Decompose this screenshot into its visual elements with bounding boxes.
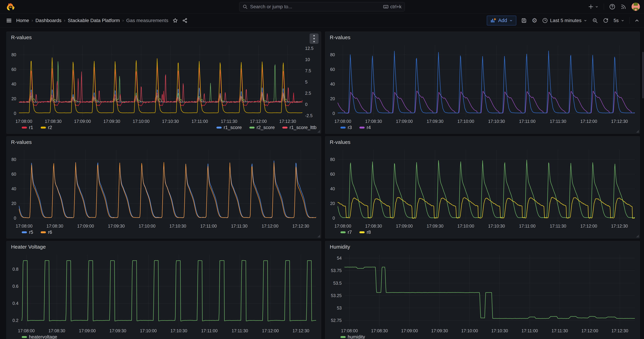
svg-text:53: 53 [337, 306, 342, 310]
svg-text:17:08:00: 17:08:00 [334, 224, 351, 228]
chart-area[interactable]: 17:08:0017:08:3017:09:0017:09:3017:10:00… [6, 42, 321, 124]
panel-resize-handle[interactable] [636, 235, 639, 238]
chart-area[interactable]: 17:08:0017:08:3017:09:0017:09:3017:10:00… [6, 252, 321, 334]
search-input[interactable]: Search or jump to... ctrl+k [239, 2, 405, 12]
legend-item-r1_score_lttb[interactable]: r1_score_lttb [282, 125, 316, 130]
svg-text:17:09:30: 17:09:30 [110, 328, 126, 333]
panel-title[interactable]: R-values [330, 139, 350, 145]
chart-area[interactable]: 17:08:0017:08:3017:09:0017:09:3017:10:00… [325, 42, 640, 124]
panel-title[interactable]: Heater Voltage [11, 244, 46, 250]
svg-text:0.8: 0.8 [12, 267, 18, 272]
legend-label: r3 [348, 125, 352, 130]
svg-text:17:11:30: 17:11:30 [231, 224, 248, 228]
plus-icon [588, 4, 594, 10]
news-button[interactable] [620, 4, 626, 10]
breadcrumb: Home › Dashboards › Stackable Data Platf… [16, 18, 168, 23]
legend-item-humidity[interactable]: humidity [340, 334, 365, 339]
legend-item-r2_score[interactable]: r2_score [250, 125, 275, 130]
panel-humidity-5: Humidity17:08:0017:08:3017:09:0017:09:30… [325, 241, 640, 339]
svg-text:0: 0 [332, 216, 335, 220]
breadcrumb-home[interactable]: Home [16, 18, 29, 23]
svg-text:53.25: 53.25 [331, 293, 342, 298]
legend-item-heatervoltage[interactable]: heatervoltage [22, 334, 57, 339]
legend-item-r1[interactable]: r1 [22, 125, 33, 130]
panel-title[interactable]: R-values [330, 34, 350, 40]
refresh-button[interactable] [603, 18, 609, 24]
svg-text:80: 80 [330, 157, 335, 162]
star-icon [172, 18, 178, 23]
legend-item-r7[interactable]: r7 [340, 230, 352, 235]
svg-text:17:08:00: 17:08:00 [16, 119, 32, 124]
legend-item-r4[interactable]: r4 [360, 125, 371, 130]
svg-text:17:11:30: 17:11:30 [550, 224, 566, 228]
save-dashboard-button[interactable] [521, 18, 527, 24]
svg-text:40: 40 [330, 186, 335, 191]
legend-item-r8[interactable]: r8 [360, 230, 371, 235]
refresh-interval-picker[interactable]: 5s [614, 18, 624, 23]
svg-text:17:12:00: 17:12:00 [582, 328, 598, 333]
avatar[interactable] [632, 2, 640, 11]
panel-resize-handle[interactable] [317, 130, 320, 133]
panel-title[interactable]: R-values [11, 34, 32, 40]
chart-area[interactable]: 17:08:0017:08:3017:09:0017:09:3017:10:00… [325, 252, 640, 334]
svg-text:17:11:00: 17:11:00 [519, 119, 535, 124]
chart-area[interactable]: 17:08:0017:08:3017:09:0017:09:3017:10:00… [325, 147, 640, 229]
chart-svg-r-values-3[interactable]: 17:08:0017:08:3017:09:0017:09:3017:10:00… [325, 147, 640, 230]
chart-svg-heater-voltage-4[interactable]: 17:08:0017:08:3017:09:0017:09:3017:10:00… [6, 252, 321, 334]
help-button[interactable] [609, 4, 615, 10]
svg-text:40: 40 [12, 186, 16, 191]
help-icon [609, 4, 615, 10]
svg-text:17:08:00: 17:08:00 [16, 224, 32, 228]
svg-text:17:08:30: 17:08:30 [46, 224, 63, 228]
panel-r-values-1: R-values17:08:0017:08:3017:09:0017:09:30… [325, 32, 640, 134]
svg-text:2.5: 2.5 [305, 91, 311, 96]
new-button[interactable] [588, 4, 599, 10]
svg-text:17:11:30: 17:11:30 [232, 328, 248, 333]
panel-resize-handle[interactable] [317, 235, 320, 238]
svg-text:53.75: 53.75 [331, 268, 342, 273]
panel-title[interactable]: R-values [11, 139, 32, 145]
svg-text:17:10:30: 17:10:30 [491, 328, 508, 333]
breadcrumb-dashboards[interactable]: Dashboards [35, 18, 62, 23]
favorite-button[interactable] [172, 18, 178, 23]
legend-item-r3[interactable]: r3 [340, 125, 352, 130]
legend-item-r5[interactable]: r5 [22, 230, 33, 235]
dashboard-settings-button[interactable]: ⚙ [532, 18, 537, 24]
panel-r-values-3: R-values17:08:0017:08:3017:09:0017:09:30… [325, 136, 640, 238]
chart-svg-r-values-0[interactable]: 17:08:0017:08:3017:09:0017:09:3017:10:00… [6, 42, 321, 125]
svg-text:60: 60 [330, 172, 335, 176]
time-range-picker[interactable]: Last 5 minutes [542, 18, 587, 24]
save-icon [521, 18, 527, 24]
zoom-out-button[interactable] [592, 18, 598, 24]
chart-svg-r-values-2[interactable]: 17:08:0017:08:3017:09:0017:09:3017:10:00… [6, 147, 321, 230]
legend-swatch [22, 127, 27, 128]
chart-area[interactable]: 17:08:0017:08:3017:09:0017:09:3017:10:00… [6, 147, 321, 229]
breadcrumb-folder[interactable]: Stackable Data Platform [68, 18, 120, 23]
svg-text:20: 20 [330, 201, 335, 206]
legend-item-r6[interactable]: r6 [41, 230, 52, 235]
panel-resize-handle[interactable] [636, 130, 639, 133]
legend: r7r8 [325, 229, 640, 238]
panel-menu-button[interactable] [310, 34, 318, 44]
svg-text:17:10:00: 17:10:00 [139, 224, 156, 228]
breadcrumb-separator: › [122, 18, 124, 23]
clock-icon [542, 18, 548, 24]
add-button[interactable]: Add [487, 16, 516, 25]
menu-button[interactable] [6, 18, 12, 24]
share-button[interactable] [182, 18, 188, 23]
svg-text:17:10:00: 17:10:00 [458, 119, 474, 124]
chart-svg-humidity-5[interactable]: 17:08:0017:08:3017:09:0017:09:3017:10:00… [325, 252, 640, 334]
grafana-logo-icon[interactable] [6, 2, 15, 11]
legend-item-r2[interactable]: r2 [41, 125, 52, 130]
legend-item-r1_score[interactable]: r1_score [216, 125, 242, 130]
svg-text:17:08:30: 17:08:30 [365, 224, 382, 228]
svg-text:-2.5: -2.5 [305, 113, 312, 118]
collapse-toolbar-button[interactable] [634, 18, 640, 23]
svg-text:53.5: 53.5 [333, 281, 342, 286]
legend-swatch [360, 231, 364, 233]
panel-title[interactable]: Humidity [330, 244, 350, 250]
chart-svg-r-values-1[interactable]: 17:08:0017:08:3017:09:0017:09:3017:10:00… [325, 42, 640, 125]
svg-text:0: 0 [14, 216, 16, 220]
legend-swatch [216, 127, 222, 128]
scrollbar-thumb[interactable] [642, 52, 644, 98]
